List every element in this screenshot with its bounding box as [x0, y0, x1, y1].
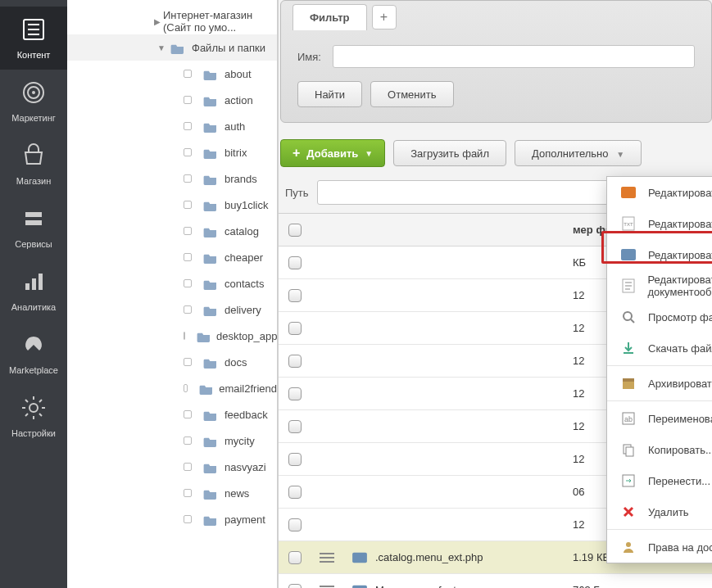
folder-icon	[203, 277, 220, 290]
row-checkbox[interactable]	[288, 518, 302, 531]
expand-icon	[184, 305, 192, 314]
tree-item-label: bitrix	[224, 147, 247, 159]
tree-item-action[interactable]: action	[67, 87, 277, 113]
filter-name-label: Имя:	[297, 51, 321, 63]
upload-button[interactable]: Загрузить файл	[393, 140, 506, 166]
tree-folder-label: Файлы и папки	[192, 42, 265, 54]
tree-item-brands[interactable]: brands	[67, 165, 277, 192]
tree-folder-root[interactable]: ▼ Файлы и папки	[67, 34, 277, 61]
tree-item-feedback[interactable]: feedback	[67, 401, 277, 427]
tree-root[interactable]: ▶ Интернет-магазин (Сайт по умо...	[67, 8, 277, 34]
nav-rail: КонтентМаркетингМагазинСервисыАналитикаM…	[0, 0, 67, 588]
row-menu-button[interactable]	[320, 586, 334, 589]
file-name: Меню типа «footer»	[375, 584, 472, 588]
filter-name-input[interactable]	[333, 45, 695, 68]
tree-item-label: delivery	[224, 304, 261, 316]
tree-item-bitrix[interactable]: bitrix	[67, 139, 277, 165]
tree-item-buy1click[interactable]: buy1click	[67, 192, 277, 218]
row-checkbox[interactable]	[288, 256, 302, 269]
ctx-move[interactable]: Перенести...	[607, 465, 712, 496]
row-checkbox[interactable]	[288, 551, 302, 564]
add-button[interactable]: + Добавить ▼	[280, 139, 385, 167]
select-all-checkbox[interactable]	[288, 224, 302, 237]
settings-icon	[20, 395, 47, 423]
row-checkbox[interactable]	[288, 453, 302, 466]
chevron-right-icon: ▶	[154, 17, 163, 26]
nav-marketplace[interactable]: Marketplace	[0, 322, 67, 385]
nav-analytics[interactable]: Аналитика	[0, 259, 67, 322]
ctx-php[interactable]: Редактировать как PHP	[607, 239, 712, 270]
ctx-copy[interactable]: Копировать...	[607, 434, 712, 465]
php-file-icon	[352, 550, 369, 564]
ctx-label: Перенести...	[648, 475, 710, 487]
row-checkbox[interactable]	[288, 322, 302, 335]
row-checkbox[interactable]	[288, 289, 302, 302]
folder-icon	[203, 224, 220, 237]
row-checkbox[interactable]	[288, 387, 302, 400]
more-button[interactable]: Дополнительно ▼	[515, 140, 642, 166]
ctx-doc[interactable]: Редактировать в модуле документооборота	[607, 270, 712, 301]
tree-item-mycity[interactable]: mycity	[67, 427, 277, 454]
expand-icon	[184, 358, 192, 366]
nav-services[interactable]: Сервисы	[0, 196, 67, 259]
tree-item-contacts[interactable]: contacts	[67, 270, 277, 296]
path-input[interactable]	[317, 180, 653, 205]
tree-item-nasvyazi[interactable]: nasvyazi	[67, 454, 277, 480]
ctx-delete[interactable]: Удалить	[607, 496, 712, 527]
tree-item-catalog[interactable]: catalog	[67, 218, 277, 244]
filter-add-tab[interactable]: +	[372, 5, 397, 29]
ctx-archive[interactable]: Архивировать	[607, 368, 712, 399]
row-checkbox[interactable]	[288, 355, 302, 368]
nav-shop[interactable]: Магазин	[0, 133, 67, 196]
tree-item-label: catalog	[224, 225, 259, 237]
svg-rect-14	[352, 586, 367, 588]
tree-item-delivery[interactable]: delivery	[67, 296, 277, 323]
ctx-txt[interactable]: TXTРедактировать как текст	[607, 208, 712, 239]
folder-icon	[203, 408, 220, 421]
cancel-button[interactable]: Отменить	[370, 81, 453, 107]
view-icon	[620, 310, 637, 324]
expand-icon	[184, 384, 188, 392]
tree-item-auth[interactable]: auth	[67, 113, 277, 139]
ctx-access[interactable]: Права на доступ продукта	[607, 531, 712, 563]
expand-icon	[184, 227, 192, 235]
svg-rect-10	[32, 278, 36, 290]
ctx-html[interactable]: Редактировать как HTML	[607, 177, 712, 208]
nav-settings[interactable]: Настройки	[0, 385, 67, 448]
tree-item-about[interactable]: about	[67, 61, 277, 87]
tree-item-label: payment	[224, 513, 265, 526]
svg-rect-7	[25, 212, 42, 217]
tree-item-desktop_app[interactable]: desktop_app	[67, 323, 277, 349]
svg-text:TXT: TXT	[624, 222, 633, 227]
ctx-rename[interactable]: abПереименовать	[607, 403, 712, 434]
add-label: Добавить	[306, 147, 358, 160]
ctx-download[interactable]: Скачать файл	[607, 332, 712, 364]
folder-icon	[203, 67, 220, 80]
tree-item-news[interactable]: news	[67, 480, 277, 506]
services-icon	[20, 206, 47, 234]
marketplace-icon	[20, 332, 47, 360]
tree-item-docs[interactable]: docs	[67, 349, 277, 375]
ctx-label: Редактировать как текст	[648, 218, 712, 230]
tree-item-cheaper[interactable]: cheaper	[67, 244, 277, 270]
nav-label: Аналитика	[11, 302, 56, 312]
tree-item-payment[interactable]: payment	[67, 506, 277, 532]
expand-icon	[184, 70, 192, 78]
row-checkbox[interactable]	[288, 584, 302, 589]
expand-icon	[184, 489, 192, 497]
expand-icon	[184, 410, 192, 418]
ctx-label: Копировать...	[648, 444, 712, 456]
find-button[interactable]: Найти	[297, 81, 362, 107]
chevron-down-icon: ▼	[157, 43, 170, 52]
ctx-view[interactable]: Просмотр файла	[607, 301, 712, 332]
row-checkbox[interactable]	[288, 486, 302, 499]
nav-content[interactable]: Контент	[0, 7, 67, 70]
table-row[interactable]: Меню типа «footer»763 Б	[279, 574, 712, 588]
nav-marketing[interactable]: Маркетинг	[0, 70, 67, 133]
expand-icon	[184, 174, 192, 183]
file-name: .catalog.menu_ext.php	[375, 551, 483, 563]
tree-item-email2friend[interactable]: email2friend	[67, 375, 277, 401]
row-menu-button[interactable]	[320, 553, 334, 563]
filter-tab[interactable]: Фильтр	[293, 4, 367, 30]
row-checkbox[interactable]	[288, 420, 302, 433]
